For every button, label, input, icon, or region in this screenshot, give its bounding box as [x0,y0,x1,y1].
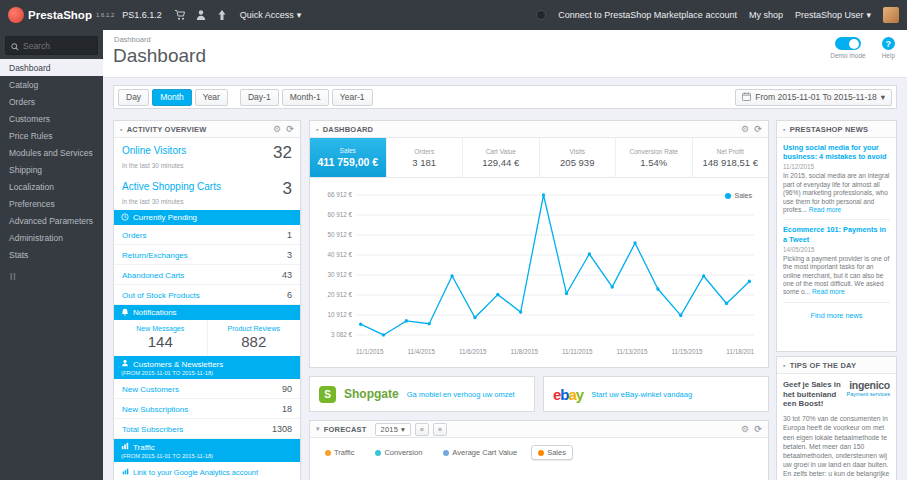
sidebar-item-catalog[interactable]: Catalog [0,76,103,93]
gear-icon[interactable]: ⚙ [273,125,281,134]
filter-year-1-button[interactable]: Year-1 [332,89,373,106]
panel-bullet-icon: ▪ [316,126,319,133]
currently-pending-title: Currently Pending [133,213,197,222]
header-tools: Demo mode ? Help [830,37,895,59]
sidebar-item-dashboard[interactable]: Dashboard [0,59,103,76]
filter-day-1-button[interactable]: Day-1 [240,89,279,106]
sidebar-item-advanced-parameters[interactable]: Advanced Parameters [0,212,103,229]
kpi-visits[interactable]: Visits 205 939 [540,138,617,177]
chart-plot-area[interactable] [356,190,754,340]
ebay-link[interactable]: Start uw eBay-winkel vandaag [591,390,692,399]
kpi-cart-value[interactable]: Cart Value 129,44 € [463,138,540,177]
user-menu[interactable]: PrestaShop User ▾ [795,10,871,20]
cart-icon[interactable] [174,9,186,21]
forecast-toggle-average-cart-value[interactable]: Average Cart Value [436,445,524,460]
online-visitors-subtext: in the last 30 minutes [122,162,292,169]
out-of-stock-link[interactable]: Out of Stock Products [122,291,200,300]
forecast-toggle-traffic[interactable]: Traffic [318,445,361,460]
abandoned-carts-link[interactable]: Abandoned Carts [122,271,184,280]
forecast-toggle-sales[interactable]: Sales [531,445,573,460]
help-button[interactable]: ? Help [882,37,895,59]
forecast-year-select[interactable]: 2015 ▾ [375,423,411,436]
kpi-row: Sales 411 759,00 € Orders 3 181 Cart Val… [310,138,768,178]
filter-month-button[interactable]: Month [152,89,192,106]
collapse-menu-button[interactable]: || [0,271,103,280]
forecast-panel-title: FORECAST [324,425,367,434]
active-carts-link[interactable]: Active Shopping Carts [122,181,221,192]
online-visitors-link[interactable]: Online Visitors [122,145,186,156]
employee-icon[interactable] [195,9,207,21]
forecast-next-button[interactable]: » [433,423,447,436]
read-more-link[interactable]: Read more [812,288,845,295]
topbar-right: Connect to PrestaShop Marketplace accoun… [536,7,899,23]
marketplace-icon [536,10,546,20]
product-reviews-value: 882 [210,333,299,350]
gear-icon[interactable]: ⚙ [741,425,749,434]
sidebar-item-price-rules[interactable]: Price Rules [0,127,103,144]
chart-legend: Sales [725,192,752,199]
forecast-toggle-conversion[interactable]: Conversion [368,445,429,460]
shopgate-logo-icon: S [319,386,336,403]
gear-icon[interactable]: ⚙ [741,125,749,134]
sidebar-item-customers[interactable]: Customers [0,110,103,127]
sidebar: Dashboard Catalog Orders Customers Price… [0,30,103,480]
sidebar-search[interactable] [5,36,98,55]
news-article-title[interactable]: Ecommerce 101: Payments in a Tweet [783,225,890,243]
new-subscriptions-link[interactable]: New Subscriptions [122,405,188,414]
new-messages-cell[interactable]: New Messages 144 [114,320,208,356]
product-reviews-cell[interactable]: Product Reviews 882 [208,320,301,356]
kpi-conversion-rate[interactable]: Conversion Rate 1.54% [616,138,693,177]
sales-series-dot-icon [725,193,731,199]
pending-orders-link[interactable]: Orders [122,231,146,240]
sidebar-item-stats[interactable]: Stats [0,246,103,263]
pending-row-abandoned-carts: Abandoned Carts 43 [114,265,300,285]
traffic-header: Traffic (FROM 2015-11-01 TO 2015-11-18) [114,439,300,462]
search-input[interactable] [23,41,95,51]
avatar[interactable] [883,7,899,23]
sidebar-item-modules-and-services[interactable]: Modules and Services [0,144,103,161]
sidebar-item-administration[interactable]: Administration [0,229,103,246]
active-carts-value: 3 [283,181,292,196]
filter-day-button[interactable]: Day [118,89,149,106]
sidebar-item-localization[interactable]: Localization [0,178,103,195]
date-range-picker[interactable]: From 2015-11-01 To 2015-11-18 ▾ [735,89,892,106]
refresh-icon[interactable]: ⟳ [754,125,762,134]
refresh-icon[interactable]: ⟳ [754,425,762,434]
dashboard-panel: ▪ DASHBOARD ⚙ ⟳ Sales 411 759,00 € Order… [309,120,769,368]
pending-returns-link[interactable]: Return/Exchanges [122,251,188,260]
kpi-net-profit[interactable]: Net Profit 148 918,51 € [693,138,769,177]
prestashop-logo[interactable]: PrestaShop 1.6.1.2 [8,7,114,23]
sidebar-item-shipping[interactable]: Shipping [0,161,103,178]
news-article-title[interactable]: Using social media for your business: 4 … [783,143,890,161]
panel-caret-icon[interactable]: ▾ [316,425,320,433]
shopgate-link[interactable]: Ga mobiel en verhoog uw omzet [407,390,515,399]
sidebar-item-preferences[interactable]: Preferences [0,195,103,212]
notifications-grid: New Messages 144 Product Reviews 882 [114,320,300,356]
demo-mode-toggle[interactable]: Demo mode [830,37,865,59]
shopgate-card[interactable]: S Shopgate Ga mobiel en verhoog uw omzet [309,376,535,412]
filter-month-1-button[interactable]: Month-1 [282,89,329,106]
main-area: Dashboard Dashboard Demo mode ? Help Day… [103,30,907,480]
new-customers-link[interactable]: New Customers [122,385,179,394]
my-shop-link[interactable]: My shop [749,10,783,20]
read-more-link[interactable]: Read more [809,206,842,213]
refresh-icon[interactable]: ⟳ [286,125,294,134]
kpi-sales[interactable]: Sales 411 759,00 € [310,138,387,177]
total-subscribers-link[interactable]: Total Subscribers [122,425,183,434]
prestashop-news-panel: ▪ PRESTASHOP NEWS Using social media for… [776,120,897,352]
customers-row-new-subscriptions: New Subscriptions 18 [114,399,300,419]
quick-access-menu[interactable]: Quick Access ▾ [240,10,302,20]
kpi-orders[interactable]: Orders 3 181 [387,138,464,177]
forecast-prev-button[interactable]: « [415,423,429,436]
filter-year-button[interactable]: Year [195,89,228,106]
conversion-dot-icon [375,450,381,456]
google-analytics-link[interactable]: Link to your Google Analytics account [114,462,300,480]
marketplace-connect-link[interactable]: Connect to PrestaShop Marketplace accoun… [558,10,737,20]
sidebar-item-orders[interactable]: Orders [0,93,103,110]
rocket-icon[interactable] [216,9,228,21]
ebay-card[interactable]: ebay Start uw eBay-winkel vandaag [543,376,769,412]
search-icon [11,37,19,55]
find-more-news-link[interactable]: Find more news [783,308,890,322]
toggle-switch-icon[interactable] [835,37,861,50]
help-icon[interactable]: ? [882,37,895,50]
